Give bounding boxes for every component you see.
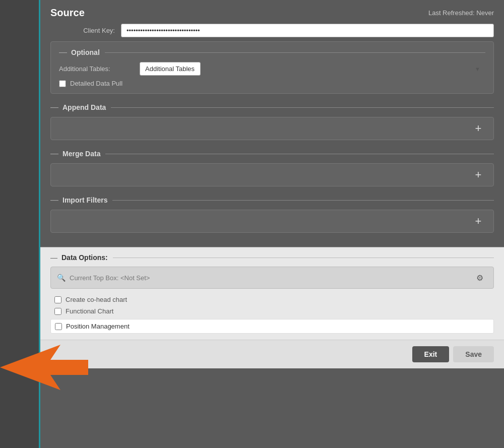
upper-content: Client Key: — Optional Additional Tables… (40, 24, 504, 247)
append-data-divider: — Append Data (50, 103, 494, 112)
merge-data-plus-button[interactable]: + (471, 168, 485, 182)
merge-data-box: + (50, 163, 494, 186)
additional-tables-label: Additional Tables: (59, 65, 140, 73)
save-button[interactable]: Save (453, 346, 494, 362)
position-management-label: Position Management (66, 323, 130, 330)
detailed-data-pull-row: Detailed Data Pull (59, 80, 485, 87)
search-placeholder-text: Current Top Box: <Not Set> (70, 274, 472, 282)
data-options-header: — Data Options: (50, 253, 494, 262)
search-bar[interactable]: 🔍 Current Top Box: <Not Set> ⚙ (50, 267, 494, 289)
optional-label: Optional (71, 48, 100, 56)
exit-button[interactable]: Exit (412, 346, 450, 362)
create-cohead-row: Create co-head chart (50, 294, 494, 305)
data-options-panel: — Data Options: 🔍 Current Top Box: <Not … (40, 247, 504, 340)
gear-button[interactable]: ⚙ (472, 270, 487, 285)
optional-section: — Optional Additional Tables: Additional… (50, 41, 494, 94)
panel-title: Source (50, 7, 85, 19)
last-refreshed: Last Refreshed: Never (428, 9, 494, 17)
merge-data-section: — Merge Data + (50, 149, 494, 186)
append-data-plus-button[interactable]: + (471, 121, 485, 136)
detailed-data-pull-checkbox[interactable] (59, 80, 66, 87)
merge-data-label: Merge Data (62, 150, 100, 158)
additional-tables-select[interactable]: Additional Tables (140, 62, 201, 76)
import-filters-plus-button[interactable]: + (471, 214, 485, 228)
additional-tables-row: Additional Tables: Additional Tables (59, 62, 485, 76)
panel-header: Source Last Refreshed: Never (40, 0, 504, 24)
import-filters-label: Import Filters (62, 196, 107, 204)
import-filters-divider: — Import Filters (50, 196, 494, 205)
optional-line (105, 52, 485, 53)
main-panel: Source Last Refreshed: Never Client Key:… (40, 0, 504, 448)
position-management-row: Position Management (50, 319, 494, 334)
append-data-section: — Append Data + (50, 103, 494, 140)
detailed-data-pull-label: Detailed Data Pull (70, 80, 122, 87)
create-cohead-label: Create co-head chart (66, 296, 127, 303)
search-icon: 🔍 (57, 274, 66, 282)
client-key-input[interactable] (121, 24, 494, 37)
merge-data-divider: — Merge Data (50, 149, 494, 158)
additional-tables-wrapper: Additional Tables (140, 62, 485, 76)
functional-chart-row: Functional Chart (50, 305, 494, 317)
import-filters-box: + (50, 210, 494, 233)
sidebar-strip (0, 0, 40, 448)
position-management-checkbox[interactable] (55, 323, 62, 330)
append-data-label: Append Data (62, 103, 106, 111)
append-data-box: + (50, 117, 494, 140)
create-cohead-checkbox[interactable] (54, 296, 61, 303)
optional-dash: — (59, 48, 67, 57)
optional-divider: — Optional (59, 48, 485, 57)
client-key-label: Client Key: (50, 27, 121, 34)
functional-chart-label: Functional Chart (66, 307, 113, 315)
data-options-label: Data Options: (61, 253, 108, 262)
footer-bar: Exit Save (40, 340, 504, 368)
functional-chart-checkbox[interactable] (54, 308, 61, 315)
client-key-row: Client Key: (50, 24, 494, 37)
import-filters-section: — Import Filters + (50, 196, 494, 233)
